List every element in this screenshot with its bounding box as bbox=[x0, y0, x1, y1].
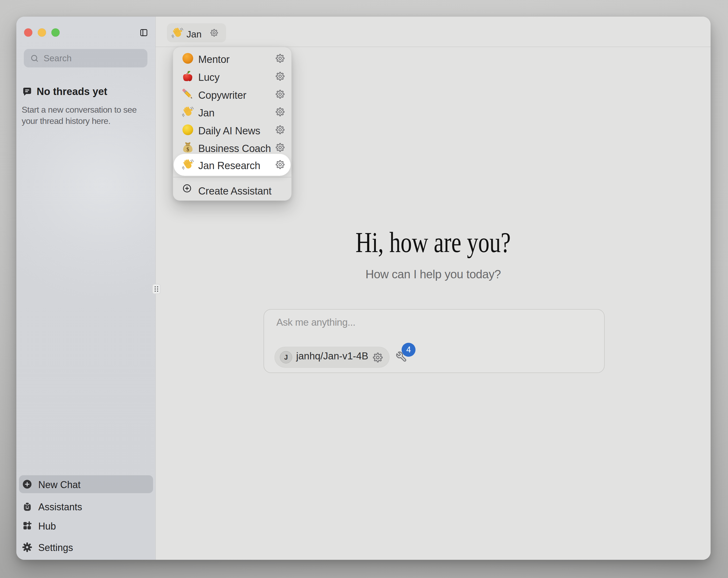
svg-text:$: $ bbox=[186, 146, 189, 152]
